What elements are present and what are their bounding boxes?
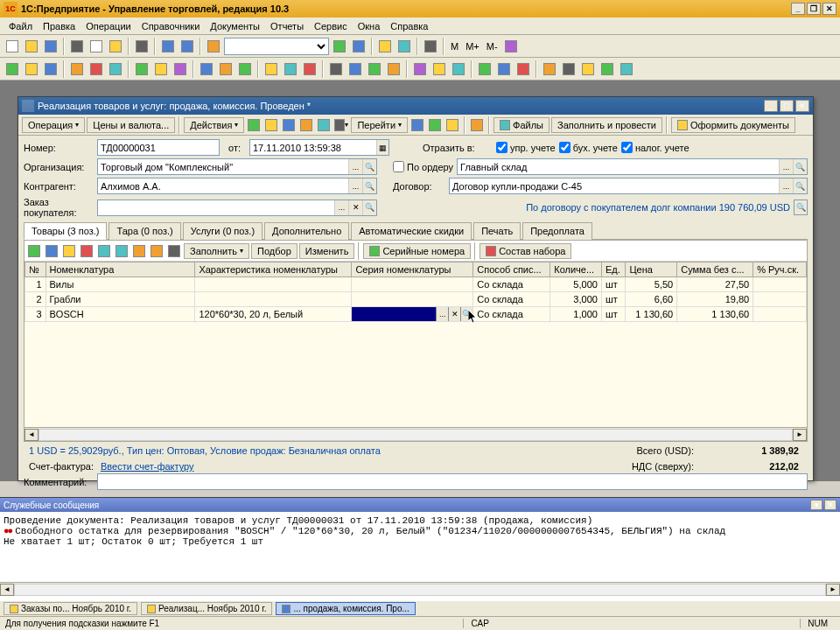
calendar-icon[interactable]: [350, 38, 368, 55]
col-disc[interactable]: % Руч.ск.: [753, 262, 807, 277]
col-char[interactable]: Характеристика номенклатуры: [195, 262, 352, 277]
col-mode[interactable]: Способ спис...: [473, 262, 550, 277]
menu-edit[interactable]: Правка: [38, 19, 80, 33]
help-icon[interactable]: [376, 38, 394, 55]
scroll-right-icon[interactable]: ►: [793, 429, 807, 441]
info-icon[interactable]: [410, 117, 425, 133]
contract-clear-icon[interactable]: ...: [779, 178, 793, 193]
wh-search-icon[interactable]: 🔍: [793, 159, 807, 174]
tb2-11[interactable]: [217, 60, 234, 78]
order-field[interactable]: ... ✕ 🔍: [97, 200, 377, 216]
col-n[interactable]: №: [25, 262, 46, 277]
chk-acc[interactable]: бух. учете: [559, 142, 618, 153]
tb2-29[interactable]: [598, 60, 616, 78]
number-field[interactable]: ТД00000031: [97, 139, 220, 156]
cell-x-icon[interactable]: ✕: [448, 307, 460, 321]
msg-min-icon[interactable]: ▾: [810, 500, 822, 510]
series-editing-cell[interactable]: ... ✕ 🔍: [352, 307, 473, 322]
copy-doc-icon[interactable]: [298, 117, 314, 133]
tree-icon[interactable]: [444, 117, 460, 133]
doc-close-button[interactable]: ✕: [795, 100, 809, 112]
copy-icon[interactable]: [88, 38, 105, 55]
org-field[interactable]: ... 🔍: [97, 158, 377, 175]
tb2-17[interactable]: [346, 60, 364, 78]
barcode-icon[interactable]: [166, 243, 182, 259]
tb2-1[interactable]: [4, 60, 21, 78]
msg-close-icon[interactable]: ✕: [824, 500, 836, 510]
warehouse-field[interactable]: ... 🔍: [457, 158, 808, 175]
close-button[interactable]: ✕: [822, 3, 836, 15]
undo-icon[interactable]: [159, 38, 177, 55]
msg-hscroll[interactable]: ◄ ►: [0, 582, 840, 596]
redo-icon[interactable]: [178, 38, 196, 55]
chk-mgmt[interactable]: упр. учете: [496, 142, 556, 153]
select-button[interactable]: Подбор: [251, 243, 298, 259]
cell-pick-icon[interactable]: ...: [436, 307, 448, 321]
copy-row-icon[interactable]: [44, 243, 60, 259]
tab-services[interactable]: Услуги (0 поз.): [183, 222, 262, 240]
print-icon[interactable]: [133, 38, 150, 55]
taskbtn-orders[interactable]: Заказы по... Ноябрь 2010 г.: [4, 602, 137, 615]
scroll-left-icon[interactable]: ◄: [24, 429, 38, 441]
org-clear-icon[interactable]: ...: [348, 159, 362, 174]
print-doc-icon[interactable]: [333, 117, 349, 133]
sort-asc-icon[interactable]: [131, 243, 147, 259]
prices-button[interactable]: Цены и валюта...: [87, 117, 175, 133]
date-picker-icon[interactable]: ▦: [376, 140, 388, 155]
order-x-icon[interactable]: ✕: [348, 200, 362, 215]
tab-goods[interactable]: Товары (3 поз.): [24, 222, 107, 240]
tb2-9[interactable]: [172, 60, 189, 78]
find-icon[interactable]: [205, 38, 222, 55]
tb2-25[interactable]: [514, 60, 532, 78]
msg-scroll-left-icon[interactable]: ◄: [0, 584, 14, 596]
tb2-2[interactable]: [23, 60, 40, 78]
restore-button[interactable]: ❐: [807, 3, 821, 15]
del-row-icon[interactable]: [79, 243, 94, 259]
sort-desc-icon[interactable]: [149, 243, 164, 259]
fill-grid-button[interactable]: Заполнить: [184, 243, 249, 259]
tb2-13[interactable]: [262, 60, 280, 78]
tb2-4[interactable]: [68, 60, 86, 78]
doc-maximize-button[interactable]: □: [780, 100, 794, 112]
byorder-check[interactable]: По ордеру: [393, 161, 453, 172]
tb2-3[interactable]: [42, 60, 60, 78]
tb2-10[interactable]: [198, 60, 215, 78]
tb2-7[interactable]: [133, 60, 150, 78]
kit-button[interactable]: Состав набора: [480, 243, 571, 259]
col-series[interactable]: Серия номенклатуры: [352, 262, 473, 277]
struct-icon[interactable]: [316, 117, 332, 133]
tools-icon[interactable]: [396, 38, 413, 55]
taskbtn-sales[interactable]: Реализац... Ноябрь 2010 г.: [141, 602, 272, 615]
tb2-6[interactable]: [107, 60, 124, 78]
refresh-icon[interactable]: [281, 117, 297, 133]
contr-field[interactable]: ... 🔍: [97, 178, 377, 194]
open-icon[interactable]: [23, 38, 40, 55]
contr-clear-icon[interactable]: ...: [348, 178, 362, 193]
goto-button[interactable]: Перейти: [351, 117, 408, 133]
doc-minimize-button[interactable]: _: [764, 100, 778, 112]
wh-clear-icon[interactable]: ...: [779, 159, 793, 174]
fill-submit-button[interactable]: Заполнить и провести: [551, 117, 662, 133]
tb2-12[interactable]: [236, 60, 254, 78]
change-button[interactable]: Изменить: [299, 243, 355, 259]
col-price[interactable]: Цена: [626, 262, 677, 277]
tab-prepay[interactable]: Предоплата: [522, 222, 592, 240]
edit-row-icon[interactable]: [61, 243, 77, 259]
tb2-21[interactable]: [430, 60, 448, 78]
cut-icon[interactable]: [68, 38, 86, 55]
serials-button[interactable]: Серийные номера: [363, 243, 471, 259]
order-search-icon[interactable]: 🔍: [362, 200, 376, 215]
calc-icon[interactable]: [331, 38, 348, 55]
contract-field[interactable]: ... 🔍: [449, 178, 808, 194]
order-pick-icon[interactable]: ...: [334, 200, 348, 215]
col-unit[interactable]: Ед.: [601, 262, 626, 277]
minimize-button[interactable]: _: [791, 3, 805, 15]
actions-button[interactable]: Действия: [184, 117, 244, 133]
date-field[interactable]: ▦: [249, 139, 389, 156]
user-icon[interactable]: [469, 117, 485, 133]
gear-icon[interactable]: [422, 38, 439, 55]
menu-file[interactable]: Файл: [4, 19, 38, 33]
unpost-icon[interactable]: [263, 117, 279, 133]
add-row-icon[interactable]: [26, 243, 42, 259]
msg-scroll-right-icon[interactable]: ►: [826, 584, 840, 596]
